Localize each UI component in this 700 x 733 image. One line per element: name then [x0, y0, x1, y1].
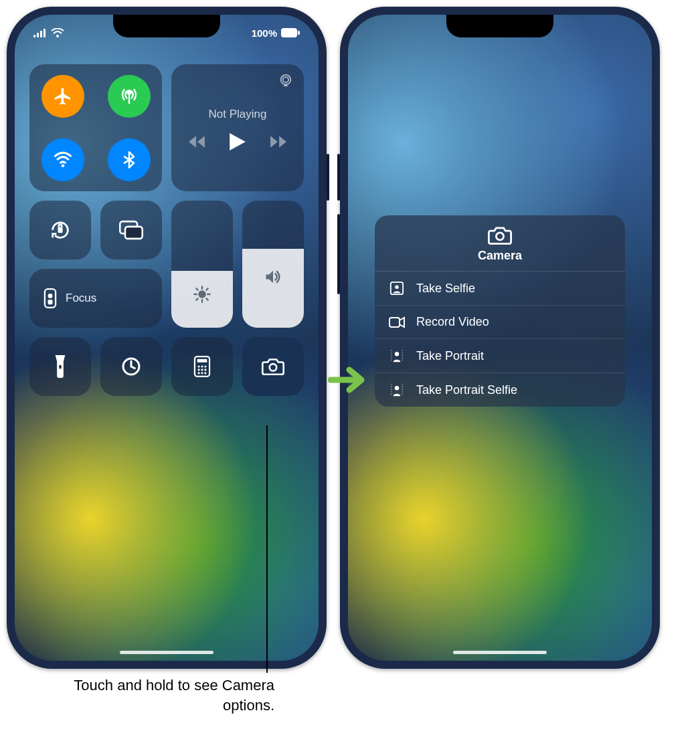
control-center-grid: Not Playing: [29, 64, 304, 396]
svg-rect-45: [402, 360, 403, 361]
svg-point-26: [201, 369, 203, 371]
bluetooth-icon: [120, 150, 139, 169]
airplane-icon: [53, 86, 73, 106]
battery-icon: [281, 28, 300, 37]
brightness-icon: [193, 285, 211, 304]
svg-point-46: [395, 352, 399, 356]
antenna-icon: [119, 86, 139, 106]
play-button[interactable]: [230, 133, 246, 150]
svg-rect-50: [391, 391, 392, 393]
calculator-button[interactable]: [171, 337, 233, 396]
svg-rect-35: [389, 318, 400, 327]
screen-mirroring-button[interactable]: [100, 201, 162, 259]
svg-rect-52: [402, 384, 403, 385]
video-icon: [388, 316, 406, 328]
screen: Camera Take Selfie Record Video Take Por…: [348, 15, 652, 661]
callout-leader: [266, 425, 268, 673]
svg-rect-41: [402, 350, 403, 351]
notch: [113, 15, 220, 37]
camera-menu-title: Camera: [478, 249, 522, 263]
svg-point-29: [201, 372, 203, 374]
svg-rect-0: [33, 35, 35, 37]
focus-label: Focus: [66, 292, 96, 305]
bluetooth-toggle[interactable]: [108, 138, 151, 181]
svg-rect-53: [402, 387, 403, 388]
svg-rect-18: [59, 365, 62, 369]
home-indicator[interactable]: [120, 651, 213, 654]
camera-icon: [488, 226, 512, 245]
svg-rect-47: [391, 384, 392, 385]
focus-button[interactable]: Focus: [29, 269, 162, 328]
portrait-selfie-icon: [388, 383, 406, 397]
svg-point-25: [197, 369, 199, 371]
forward-button[interactable]: [270, 135, 287, 148]
svg-rect-54: [402, 389, 403, 390]
timer-button[interactable]: [100, 337, 162, 396]
svg-rect-5: [281, 28, 297, 37]
svg-point-28: [197, 372, 199, 374]
svg-point-24: [204, 365, 206, 367]
svg-point-34: [395, 285, 399, 289]
home-indicator[interactable]: [453, 651, 547, 654]
airplay-icon[interactable]: [278, 74, 293, 88]
camera-menu-header[interactable]: Camera: [375, 215, 625, 272]
svg-rect-44: [402, 357, 403, 358]
menu-item-take-selfie[interactable]: Take Selfie: [375, 272, 625, 306]
wifi-toggle[interactable]: [41, 138, 84, 181]
svg-rect-17: [48, 300, 53, 304]
menu-item-record-video[interactable]: Record Video: [375, 306, 625, 339]
svg-rect-1: [37, 33, 39, 37]
svg-rect-36: [391, 350, 392, 351]
media-state: Not Playing: [209, 108, 267, 121]
svg-rect-3: [43, 29, 46, 37]
svg-rect-2: [40, 31, 42, 37]
phone-camera-menu: Camera Take Selfie Record Video Take Por…: [340, 7, 660, 669]
calculator-icon: [193, 356, 211, 377]
svg-point-31: [270, 364, 276, 371]
svg-point-4: [56, 35, 59, 37]
flashlight-icon: [53, 355, 68, 378]
menu-item-label: Take Portrait Selfie: [416, 383, 517, 397]
orientation-lock-toggle[interactable]: [29, 201, 91, 259]
flashlight-button[interactable]: [29, 337, 91, 396]
svg-rect-40: [391, 360, 392, 361]
selfie-icon: [388, 281, 406, 296]
svg-point-10: [283, 77, 288, 82]
callout-text: Touch and hold to see Camera options.: [74, 675, 274, 715]
airplane-mode-toggle[interactable]: [41, 75, 84, 118]
battery-percent: 100%: [252, 27, 277, 39]
svg-point-30: [204, 372, 206, 374]
screen: 100%: [15, 15, 319, 661]
wifi-icon: [53, 150, 73, 170]
volume-slider[interactable]: [242, 201, 304, 328]
cellular-signal-icon: [33, 28, 47, 37]
menu-item-take-portrait[interactable]: Take Portrait: [375, 339, 625, 373]
media-module[interactable]: Not Playing: [171, 64, 304, 191]
svg-point-14: [199, 291, 205, 297]
cellular-data-toggle[interactable]: [108, 75, 151, 118]
svg-point-7: [127, 90, 130, 94]
menu-item-label: Take Portrait: [416, 349, 484, 363]
rewind-button[interactable]: [188, 135, 205, 148]
volume-icon: [264, 268, 282, 286]
camera-button[interactable]: [242, 337, 304, 396]
svg-rect-49: [391, 389, 392, 390]
svg-point-32: [496, 233, 503, 240]
svg-point-23: [201, 365, 203, 367]
svg-rect-21: [197, 359, 207, 362]
menu-item-label: Record Video: [416, 315, 489, 329]
screen-mirroring-icon: [119, 220, 143, 240]
brightness-slider[interactable]: [171, 201, 233, 328]
svg-point-57: [395, 386, 399, 390]
notch: [446, 15, 553, 37]
menu-item-label: Take Selfie: [416, 282, 475, 296]
connectivity-module[interactable]: [29, 64, 162, 191]
svg-rect-48: [391, 387, 392, 388]
menu-item-take-portrait-selfie[interactable]: Take Portrait Selfie: [375, 373, 625, 407]
svg-rect-6: [298, 31, 300, 35]
svg-rect-55: [402, 391, 403, 393]
svg-rect-38: [391, 354, 392, 356]
timer-icon: [120, 356, 142, 377]
phone-control-center: 100%: [7, 7, 327, 669]
svg-point-16: [48, 294, 53, 298]
